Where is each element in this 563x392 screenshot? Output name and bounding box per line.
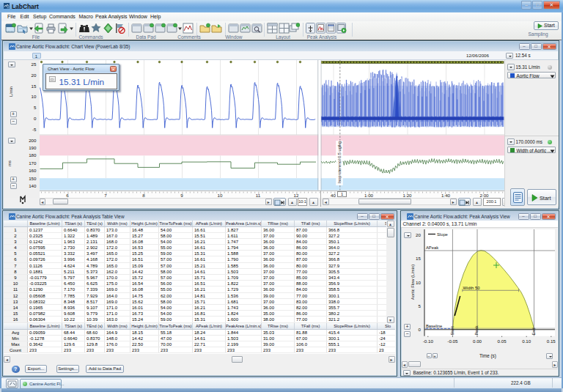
svg-text:Slope: Slope (437, 232, 448, 237)
svg-text:Peak: Peak (474, 325, 479, 335)
svg-text:Baseline: Baseline (426, 324, 442, 328)
svg-text:Width 50: Width 50 (463, 286, 480, 290)
svg-text:Start: Start (450, 326, 455, 336)
svg-text:Isoproterenol 0.5 ug/kg: Isoproterenol 0.5 ug/kg (336, 141, 341, 183)
svg-text:End: End (531, 328, 536, 335)
svg-text:APeak: APeak (426, 245, 438, 250)
